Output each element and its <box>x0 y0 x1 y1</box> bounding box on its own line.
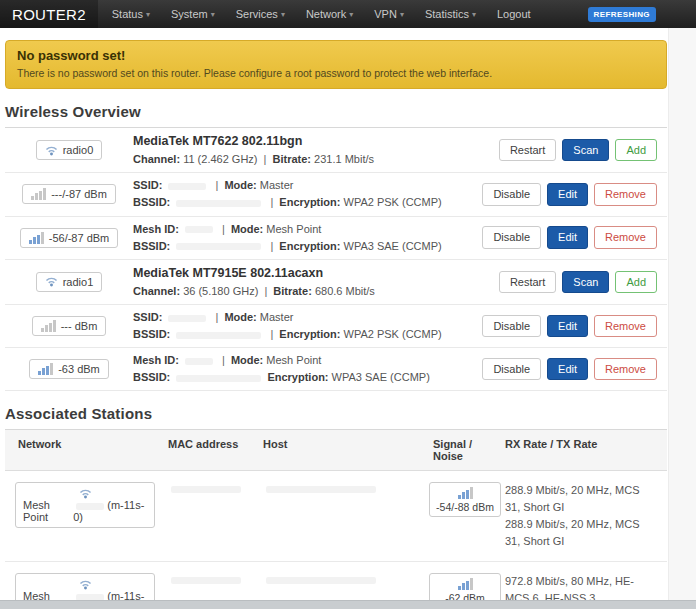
meshid-redacted <box>185 226 213 233</box>
channel-label: Channel: <box>133 153 180 165</box>
radio-title: MediaTek MT7622 802.11bgn <box>133 132 467 151</box>
signal-badge-cell: ---/-87 dBm <box>5 184 133 204</box>
radio-info: MediaTek MT7915E 802.11acaxn Channel: 36… <box>133 264 467 300</box>
stations-table: Network MAC address Host Signal / Noise … <box>5 429 667 609</box>
separator: | <box>270 328 273 340</box>
nav-item-statistics[interactable]: Statistics▾ <box>425 8 476 20</box>
remove-button[interactable]: Remove <box>594 315 657 337</box>
signal-badge-cell: --- dBm <box>5 316 133 336</box>
signal-badge-label: --- dBm <box>61 320 98 332</box>
wireless-row-radio1: radio1 MediaTek MT7915E 802.11acaxn Chan… <box>5 260 667 305</box>
meshid-label: Mesh ID: <box>133 223 179 235</box>
bitrate-value: 680.6 Mbit/s <box>315 285 375 297</box>
row-actions: Restart Scan Add <box>467 139 667 161</box>
radio-badge: radio0 <box>36 140 103 160</box>
wifi-icon <box>45 276 58 287</box>
add-button[interactable]: Add <box>615 271 657 293</box>
chevron-down-icon: ▾ <box>211 10 215 19</box>
wifi-icon-wrap <box>23 486 147 499</box>
disable-button[interactable]: Disable <box>482 315 541 337</box>
encryption-label: Encryption: <box>279 196 340 208</box>
bssid-redacted <box>176 332 261 339</box>
row-actions: Disable Edit Remove <box>467 183 667 205</box>
bitrate-label: Bitrate: <box>273 285 312 297</box>
wifi-icon <box>45 145 58 156</box>
restart-button[interactable]: Restart <box>499 139 556 161</box>
edit-button[interactable]: Edit <box>547 226 588 248</box>
nav-item-network[interactable]: Network▾ <box>306 8 353 20</box>
mode-value: Master <box>260 179 294 191</box>
remove-button[interactable]: Remove <box>594 183 657 205</box>
separator: | <box>222 223 225 235</box>
edit-button[interactable]: Edit <box>547 358 588 380</box>
mode-label: Mode: <box>231 354 263 366</box>
radio-info: MediaTek MT7622 802.11bgn Channel: 11 (2… <box>133 132 467 168</box>
alert-message: There is no password set on this router.… <box>17 67 655 79</box>
add-button[interactable]: Add <box>615 139 657 161</box>
host-redacted <box>266 577 376 584</box>
network-badge: Mesh Point (m-11s-0) <box>15 482 155 528</box>
wireless-overview-title: Wireless Overview <box>5 103 667 120</box>
separator: | <box>222 354 225 366</box>
nav-item-logout[interactable]: Logout <box>497 8 531 20</box>
nav-label: Status <box>112 8 143 20</box>
signal-value: -54/-88 dBm <box>433 501 497 513</box>
edit-button[interactable]: Edit <box>547 315 588 337</box>
separator: | <box>215 179 218 191</box>
stations-table-header: Network MAC address Host Signal / Noise … <box>5 430 667 471</box>
nav-label: System <box>171 8 208 20</box>
ssid-redacted <box>168 183 206 190</box>
encryption-label: Encryption: <box>279 240 340 252</box>
right-gutter <box>668 28 696 600</box>
meshid-label: Mesh ID: <box>133 354 179 366</box>
disable-button[interactable]: Disable <box>482 183 541 205</box>
nav-item-services[interactable]: Services▾ <box>236 8 285 20</box>
bitrate-label: Bitrate: <box>273 153 312 165</box>
bitrate-value: 231.1 Mbit/s <box>314 153 374 165</box>
disable-button[interactable]: Disable <box>482 358 541 380</box>
signal-badge-label: -56/-87 dBm <box>49 232 110 244</box>
column-header-host: Host <box>255 438 425 462</box>
mode-label: Mode: <box>231 223 263 235</box>
bssid-label: BSSID: <box>133 196 170 208</box>
bottom-bar <box>0 600 696 609</box>
network-line-1: SSID: | Mode: Master <box>133 309 467 326</box>
chevron-down-icon: ▾ <box>472 10 476 19</box>
scan-button[interactable]: Scan <box>562 271 609 293</box>
separator: | <box>264 285 267 297</box>
disable-button[interactable]: Disable <box>482 226 541 248</box>
refresh-status-badge[interactable]: REFRESHING <box>588 7 656 22</box>
encryption-value: WPA3 SAE (CCMP) <box>344 240 442 252</box>
signal-icon <box>29 232 44 244</box>
station-mac-cell <box>160 573 255 585</box>
separator: | <box>264 153 267 165</box>
nav-item-system[interactable]: System▾ <box>171 8 215 20</box>
bssid-redacted <box>176 200 261 207</box>
nav-item-status[interactable]: Status▾ <box>112 8 150 20</box>
mode-label: Mode: <box>224 311 256 323</box>
nav-item-vpn[interactable]: VPN▾ <box>374 8 404 20</box>
radio-badge-cell: radio0 <box>5 140 133 160</box>
bssid-redacted <box>176 243 261 250</box>
edit-button[interactable]: Edit <box>547 183 588 205</box>
remove-button[interactable]: Remove <box>594 358 657 380</box>
ssid-label: SSID: <box>133 311 162 323</box>
signal-icon <box>38 363 53 375</box>
restart-button[interactable]: Restart <box>499 271 556 293</box>
nav-label: VPN <box>374 8 397 20</box>
row-actions: Disable Edit Remove <box>467 358 667 380</box>
encryption-label: Encryption: <box>279 328 340 340</box>
radio-title: MediaTek MT7915E 802.11acaxn <box>133 264 467 283</box>
remove-button[interactable]: Remove <box>594 226 657 248</box>
meshid-redacted <box>185 358 213 365</box>
network-info: Mesh ID: | Mode: Mesh Point BSSID: Encry… <box>133 352 467 386</box>
network-line-2: BSSID: | Encryption: WPA2 PSK (CCMP) <box>133 194 467 211</box>
row-actions: Disable Edit Remove <box>467 226 667 248</box>
ssid-label: SSID: <box>133 179 162 191</box>
network-info: SSID: | Mode: Master BSSID: | Encryption… <box>133 177 467 211</box>
column-header-rates: RX Rate / TX Rate <box>503 438 667 462</box>
encryption-value: WPA2 PSK (CCMP) <box>344 196 442 208</box>
signal-badge: -56/-87 dBm <box>20 228 119 248</box>
scan-button[interactable]: Scan <box>562 139 609 161</box>
station-rates-cell: 288.9 Mbit/s, 20 MHz, MCS 31, Short GI 2… <box>503 482 667 550</box>
